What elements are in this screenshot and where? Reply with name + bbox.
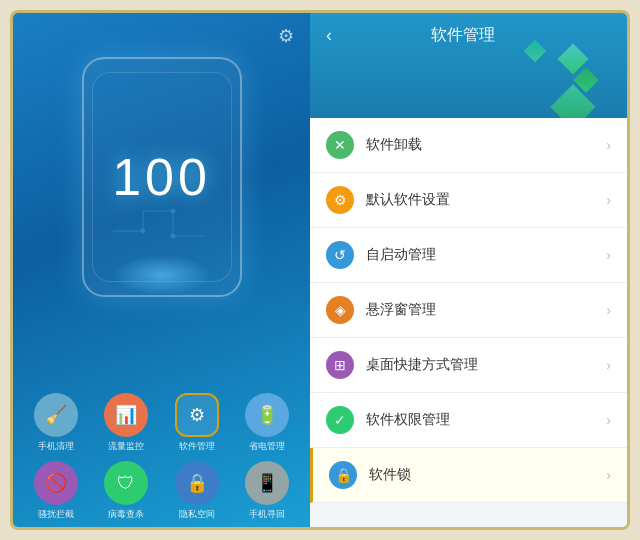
right-header: ‹ 软件管理 [310,13,627,58]
disturb-icon: 🚫 [34,461,78,505]
menu-permission[interactable]: ✓ 软件权限管理 › [310,393,627,448]
autostart-arrow: › [606,247,611,263]
desktop-arrow: › [606,357,611,373]
uninstall-icon: ✕ [326,131,354,159]
software-menu-list: ✕ 软件卸载 › ⚙ 默认软件设置 › ↺ 自启动管理 › ◈ 悬浮窗管理 › … [310,118,627,527]
privacy-label: 隐私空间 [179,508,215,521]
app-lock-label: 软件锁 [369,466,606,484]
phone-clean-label: 手机清理 [38,440,74,453]
power-label: 省电管理 [249,440,285,453]
svg-point-5 [140,229,145,234]
default-settings-icon: ⚙ [326,186,354,214]
virus-label: 病毒查杀 [108,508,144,521]
left-panel: ⚙ 100 🧹 [13,13,310,527]
app-virus[interactable]: 🛡 病毒查杀 [104,461,148,521]
menu-desktop-shortcut[interactable]: ⊞ 桌面快捷方式管理 › [310,338,627,393]
app-power[interactable]: 🔋 省电管理 [245,393,289,453]
traffic-icon: 📊 [104,393,148,437]
float-arrow: › [606,302,611,318]
menu-float-window[interactable]: ◈ 悬浮窗管理 › [310,283,627,338]
desktop-shortcut-icon: ⊞ [326,351,354,379]
app-traffic[interactable]: 📊 流量监控 [104,393,148,453]
float-window-label: 悬浮窗管理 [366,301,606,319]
phone-glow-effect [112,255,212,295]
back-button[interactable]: ‹ [326,25,332,46]
disturb-label: 骚扰拦截 [38,508,74,521]
svg-point-7 [170,234,175,239]
app-container: ⚙ 100 🧹 [10,10,630,530]
app-disturb[interactable]: 🚫 骚扰拦截 [34,461,78,521]
app-software[interactable]: ⚙ 软件管理 [175,393,219,453]
phone-screen: 100 [92,72,232,282]
menu-default-settings[interactable]: ⚙ 默认软件设置 › [310,173,627,228]
autostart-icon: ↺ [326,241,354,269]
app-privacy[interactable]: 🔒 隐私空间 [175,461,219,521]
float-window-icon: ◈ [326,296,354,324]
icon-row-2: 🚫 骚扰拦截 🛡 病毒查杀 🔒 隐私空间 📱 手机寻回 [21,461,302,521]
phone-clean-icon: 🧹 [34,393,78,437]
menu-uninstall[interactable]: ✕ 软件卸载 › [310,118,627,173]
virus-icon: 🛡 [104,461,148,505]
uninstall-arrow: › [606,137,611,153]
permission-arrow: › [606,412,611,428]
phone-frame: 100 [82,57,242,297]
security-score: 100 [112,147,211,207]
default-settings-label: 默认软件设置 [366,191,606,209]
autostart-label: 自启动管理 [366,246,606,264]
app-find[interactable]: 📱 手机寻回 [245,461,289,521]
find-label: 手机寻回 [249,508,285,521]
find-icon: 📱 [245,461,289,505]
app-grid: 🧹 手机清理 📊 流量监控 ⚙ 软件管理 🔋 省电管理 🚫 [13,379,310,527]
privacy-icon: 🔒 [175,461,219,505]
menu-autostart[interactable]: ↺ 自启动管理 › [310,228,627,283]
power-icon: 🔋 [245,393,289,437]
right-page-title: 软件管理 [340,25,585,46]
software-label: 软件管理 [179,440,215,453]
menu-app-lock[interactable]: 🔒 软件锁 › [310,448,627,503]
default-arrow: › [606,192,611,208]
app-lock-arrow: › [606,467,611,483]
icon-row-1: 🧹 手机清理 📊 流量监控 ⚙ 软件管理 🔋 省电管理 [21,393,302,453]
app-phone-clean[interactable]: 🧹 手机清理 [34,393,78,453]
settings-icon[interactable]: ⚙ [278,25,294,47]
app-lock-icon: 🔒 [329,461,357,489]
software-icon: ⚙ [175,393,219,437]
permission-label: 软件权限管理 [366,411,606,429]
traffic-label: 流量监控 [108,440,144,453]
desktop-shortcut-label: 桌面快捷方式管理 [366,356,606,374]
right-panel: ‹ 软件管理 ✕ 软件卸载 › ⚙ 默认软件设置 › ↺ 自启动管理 [310,13,627,527]
permission-icon: ✓ [326,406,354,434]
uninstall-label: 软件卸载 [366,136,606,154]
svg-point-6 [170,209,175,214]
left-top-bar: ⚙ [13,13,310,47]
